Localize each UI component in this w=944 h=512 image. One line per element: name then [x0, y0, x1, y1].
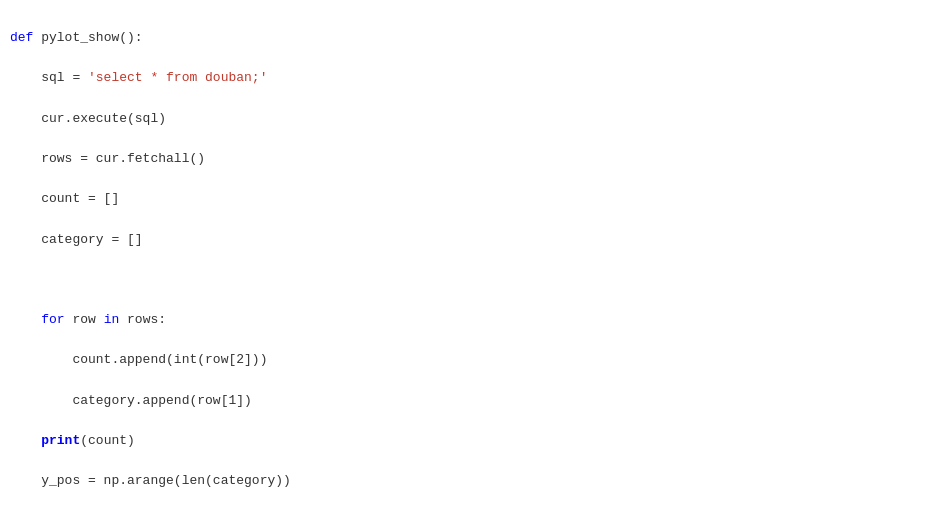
- line-5: count = []: [10, 189, 934, 209]
- kw-print1: print: [41, 433, 80, 448]
- line-12: y_pos = np.arange(len(category)): [10, 471, 934, 491]
- line-1: def pylot_show():: [10, 28, 934, 48]
- line-9: count.append(int(row[2])): [10, 350, 934, 370]
- line-10: category.append(row[1]): [10, 391, 934, 411]
- line-2: sql = 'select * from douban;': [10, 68, 934, 88]
- code-editor: def pylot_show(): sql = 'select * from d…: [0, 0, 944, 512]
- line-6: category = []: [10, 230, 934, 250]
- line-7: [10, 270, 934, 290]
- line-3: cur.execute(sql): [10, 109, 934, 129]
- line-8: for row in rows:: [10, 310, 934, 330]
- line-11: print(count): [10, 431, 934, 451]
- string-sql: 'select * from douban;': [88, 70, 267, 85]
- kw-def: def: [10, 30, 33, 45]
- func-name: pylot_show: [41, 30, 119, 45]
- line-4: rows = cur.fetchall(): [10, 149, 934, 169]
- kw-for: for: [41, 312, 64, 327]
